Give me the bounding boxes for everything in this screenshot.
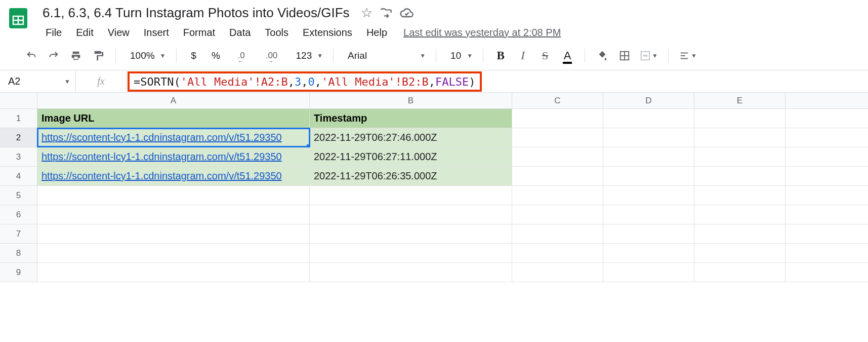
cell-d6[interactable] <box>603 205 694 224</box>
cell-a6[interactable] <box>37 205 310 224</box>
name-box[interactable]: A2 ▼ <box>0 70 76 92</box>
cell-e2[interactable] <box>694 128 786 147</box>
col-header-e[interactable]: E <box>694 93 786 108</box>
font-size-dropdown[interactable]: 10▼ <box>444 50 475 61</box>
star-icon[interactable]: ☆ <box>361 5 373 21</box>
italic-button[interactable]: I <box>514 47 532 65</box>
row-header-8[interactable]: 8 <box>0 244 37 262</box>
row-header-4[interactable]: 4 <box>0 167 37 185</box>
bold-button[interactable]: B <box>491 47 510 65</box>
formula-bar-rest[interactable] <box>483 70 868 92</box>
cell-a7[interactable] <box>37 224 310 243</box>
menu-help[interactable]: Help <box>360 25 393 41</box>
cell-a5[interactable] <box>37 186 310 205</box>
cell-d5[interactable] <box>603 186 694 205</box>
format-percent-button[interactable]: % <box>207 47 225 65</box>
cell-e9[interactable] <box>694 263 786 282</box>
strikethrough-button[interactable]: S <box>536 47 554 65</box>
row-header-9[interactable]: 9 <box>0 263 37 282</box>
redo-button[interactable] <box>45 47 63 65</box>
cell-a2[interactable]: https://scontent-lcy1-1.cdninstagram.com… <box>37 128 310 147</box>
menu-file[interactable]: File <box>39 25 68 41</box>
cell-d1[interactable] <box>603 109 694 128</box>
cell-b6[interactable] <box>310 205 512 224</box>
cell-b1[interactable]: Timestamp <box>310 109 512 128</box>
link[interactable]: https://scontent-lcy1-1.cdninstagram.com… <box>42 151 282 163</box>
cell-e4[interactable] <box>694 167 786 185</box>
decrease-decimal-button[interactable]: .0← <box>229 47 254 65</box>
menu-format[interactable]: Format <box>177 25 221 41</box>
cell-a4[interactable]: https://scontent-lcy1-1.cdninstagram.com… <box>37 167 310 185</box>
cell-c7[interactable] <box>512 224 603 243</box>
cell-b8[interactable] <box>310 244 512 262</box>
menu-edit[interactable]: Edit <box>70 25 99 41</box>
menu-data[interactable]: Data <box>223 25 257 41</box>
font-family-dropdown[interactable]: Arial▼ <box>342 50 428 61</box>
cell-a9[interactable] <box>37 263 310 282</box>
row-header-1[interactable]: 1 <box>0 109 37 128</box>
link[interactable]: https://scontent-lcy1-1.cdninstagram.com… <box>42 132 282 143</box>
paint-format-button[interactable] <box>89 47 107 65</box>
cell-c1[interactable] <box>512 109 603 128</box>
cell-b4[interactable]: 2022-11-29T06:26:35.000Z <box>310 167 512 185</box>
menu-view[interactable]: View <box>102 25 136 41</box>
cell-d3[interactable] <box>603 147 694 166</box>
sheets-logo[interactable] <box>4 4 32 32</box>
menu-tools[interactable]: Tools <box>259 25 295 41</box>
cloud-status-icon[interactable] <box>400 6 414 20</box>
increase-decimal-button[interactable]: .00→ <box>258 47 286 65</box>
cell-e5[interactable] <box>694 186 786 205</box>
cell-b5[interactable] <box>310 186 512 205</box>
cell-a8[interactable] <box>37 244 310 262</box>
cell-c4[interactable] <box>512 167 603 185</box>
cell-c3[interactable] <box>512 147 603 166</box>
cell-b7[interactable] <box>310 224 512 243</box>
document-title[interactable]: 6.1, 6.3, 6.4 Turn Instagram Photos into… <box>39 4 353 22</box>
print-button[interactable] <box>67 47 85 65</box>
row-header-3[interactable]: 3 <box>0 147 37 166</box>
fill-color-button[interactable] <box>593 47 611 65</box>
cell-d9[interactable] <box>603 263 694 282</box>
cell-b9[interactable] <box>310 263 512 282</box>
borders-button[interactable] <box>615 47 634 65</box>
more-formats-dropdown[interactable]: 123▼ <box>290 50 325 61</box>
cell-c9[interactable] <box>512 263 603 282</box>
cell-b2[interactable]: 2022-11-29T06:27:46.000Z <box>310 128 512 147</box>
col-header-b[interactable]: B <box>310 93 512 108</box>
row-header-7[interactable]: 7 <box>0 224 37 243</box>
row-header-5[interactable]: 5 <box>0 186 37 205</box>
cell-c2[interactable] <box>512 128 603 147</box>
cell-d4[interactable] <box>603 167 694 185</box>
link[interactable]: https://scontent-lcy1-1.cdninstagram.com… <box>42 170 282 182</box>
text-color-button[interactable]: A <box>558 47 576 65</box>
move-icon[interactable] <box>380 7 393 20</box>
cell-e3[interactable] <box>694 147 786 166</box>
cell-c5[interactable] <box>512 186 603 205</box>
cell-e6[interactable] <box>694 205 786 224</box>
cell-d7[interactable] <box>603 224 694 243</box>
cell-c8[interactable] <box>512 244 603 262</box>
merge-cells-dropdown[interactable]: ▼ <box>638 50 660 61</box>
cell-b3[interactable]: 2022-11-29T06:27:11.000Z <box>310 147 512 166</box>
cell-a3[interactable]: https://scontent-lcy1-1.cdninstagram.com… <box>37 147 310 166</box>
col-header-a[interactable]: A <box>37 93 310 108</box>
select-all-corner[interactable] <box>0 93 37 108</box>
last-edit-link[interactable]: Last edit was yesterday at 2:08 PM <box>403 27 561 39</box>
zoom-dropdown[interactable]: 100%▼ <box>124 50 168 61</box>
cell-d2[interactable] <box>603 128 694 147</box>
cell-c6[interactable] <box>512 205 603 224</box>
col-header-c[interactable]: C <box>512 93 603 108</box>
cell-e1[interactable] <box>694 109 786 128</box>
cell-e8[interactable] <box>694 244 786 262</box>
cell-d8[interactable] <box>603 244 694 262</box>
menu-insert[interactable]: Insert <box>138 25 175 41</box>
row-header-6[interactable]: 6 <box>0 205 37 224</box>
formula-input[interactable]: =SORTN('All Media'!A2:B,3,0,'All Media'!… <box>128 71 482 92</box>
row-header-2[interactable]: 2 <box>0 128 37 147</box>
format-currency-button[interactable]: $ <box>185 47 203 65</box>
menu-extensions[interactable]: Extensions <box>297 25 358 41</box>
col-header-d[interactable]: D <box>603 93 694 108</box>
horizontal-align-dropdown[interactable]: ▼ <box>677 50 699 61</box>
cell-a1[interactable]: Image URL <box>37 109 310 128</box>
cell-e7[interactable] <box>694 224 786 243</box>
